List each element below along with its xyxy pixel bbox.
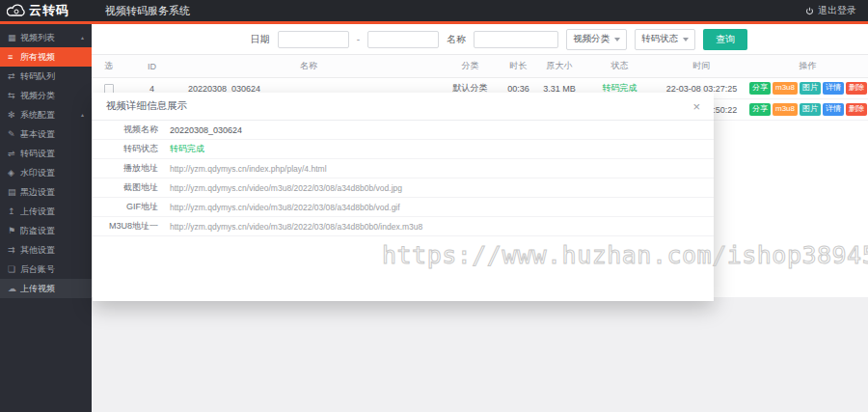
modal-field-screenshot-url: 截图地址 http://yzm.qdymys.cn/video/m3u8/202…	[93, 179, 714, 198]
hotlink-settings-icon: ⚑	[8, 226, 20, 235]
col-duration: 时长	[502, 55, 535, 78]
sidebar-group-system-config[interactable]: ✻ 系统配置 ▲	[0, 105, 92, 124]
image-button[interactable]: 图片	[800, 82, 821, 95]
date-label: 日期	[251, 33, 270, 46]
sidebar-label: 视频列表	[20, 32, 55, 44]
sidebar-label: 转码队列	[20, 70, 55, 83]
sidebar-label: 黑边设置	[20, 186, 55, 199]
detail-button[interactable]: 详情	[823, 103, 844, 116]
col-time: 时间	[656, 55, 747, 78]
cell-actions: 分享m3u8图片详情删除	[747, 99, 868, 121]
basic-settings-icon: ✎	[8, 129, 20, 139]
date-end-input[interactable]	[367, 31, 439, 48]
sidebar: ▦ 视频列表 ▲ ≡ 所有视频 ⇄ 转码队列 ⇆ 视频分类 ✻ 系统配置 ▲ ✎…	[0, 24, 92, 412]
share-button[interactable]: 分享	[749, 103, 771, 116]
field-value-url: http://yzm.qdymys.cn/index.php/play/4.ht…	[170, 164, 327, 174]
col-status: 状态	[583, 55, 656, 78]
video-detail-modal: 视频详细信息展示 × 视频名称 20220308_030624 转码状态 转码完…	[93, 93, 714, 301]
power-icon	[805, 7, 814, 15]
image-button[interactable]: 图片	[800, 103, 821, 116]
video-list-icon: ▦	[8, 33, 20, 42]
all-videos-icon: ≡	[8, 52, 20, 62]
cell-actions: 分享m3u8图片详情删除	[747, 78, 868, 99]
field-label: GIF地址	[102, 201, 158, 213]
field-label: 转码状态	[102, 143, 158, 155]
delete-button[interactable]: 删除	[846, 82, 867, 95]
detail-button[interactable]: 详情	[823, 82, 844, 95]
field-label: 视频名称	[102, 124, 158, 136]
col-id: ID	[125, 55, 178, 78]
status-badge: 转码完成	[603, 83, 637, 93]
cloud-logo-icon	[7, 4, 26, 17]
category-select[interactable]: 视频分类	[566, 29, 627, 50]
col-select: 选	[92, 55, 125, 78]
sidebar-label: 防盗设置	[20, 225, 55, 237]
filter-bar: 日期 - 名称 视频分类 转码状态 查询	[92, 24, 868, 55]
logout-label: 退出登录	[818, 4, 856, 17]
chevron-down-icon	[614, 38, 620, 41]
sidebar-item-basic-settings[interactable]: ✎ 基本设置	[0, 124, 92, 144]
sidebar-item-video-category[interactable]: ⇆ 视频分类	[0, 86, 92, 105]
date-start-input[interactable]	[278, 31, 349, 48]
field-label: M3U8地址一	[102, 220, 158, 233]
logo-text: 云转码	[29, 2, 69, 19]
upload-settings-icon: ↥	[8, 206, 20, 216]
sidebar-item-watermark-settings[interactable]: ◈ 水印设置	[0, 163, 92, 182]
sidebar-label: 转码设置	[20, 148, 55, 160]
sidebar-item-upload-video[interactable]: ☁ 上传视频	[0, 279, 92, 298]
status-select[interactable]: 转码状态	[635, 29, 695, 50]
search-button[interactable]: 查询	[703, 29, 747, 50]
system-config-icon: ✻	[8, 110, 20, 120]
sidebar-label: 后台账号	[20, 263, 55, 276]
sidebar-item-upload-settings[interactable]: ↥ 上传设置	[0, 202, 92, 221]
sidebar-item-other-settings[interactable]: ⇉ 其他设置	[0, 240, 92, 260]
sidebar-label: 上传视频	[20, 283, 55, 295]
delete-button[interactable]: 删除	[846, 103, 867, 116]
upload-video-icon: ☁	[8, 284, 20, 293]
field-value-url: http://yzm.qdymys.cn/video/m3u8/2022/03/…	[170, 203, 400, 212]
sidebar-group-video-list[interactable]: ▦ 视频列表 ▲	[0, 28, 92, 47]
logout-button[interactable]: 退出登录	[805, 4, 856, 17]
app-logo: 云转码	[0, 2, 92, 19]
table-header-row: 选 ID 名称 分类 时长 原大小 状态 时间 操作	[92, 55, 868, 78]
name-label: 名称	[447, 33, 466, 46]
modal-header: 视频详细信息展示 ×	[93, 93, 714, 121]
other-settings-icon: ⇉	[8, 245, 20, 255]
collapse-arrow-icon: ▲	[80, 35, 85, 41]
field-value: 20220308_030624	[170, 125, 242, 135]
share-button[interactable]: 分享	[749, 82, 771, 95]
field-value-url: http://yzm.qdymys.cn/video/m3u8/2022/03/…	[170, 222, 422, 232]
col-actions: 操作	[747, 55, 868, 78]
app-root: 云转码 视频转码服务系统 退出登录 ▦ 视频列表 ▲ ≡ 所有视频 ⇄ 转码队列…	[0, 0, 868, 412]
transcode-queue-icon: ⇄	[8, 71, 20, 81]
status-select-value: 转码状态	[641, 33, 678, 45]
field-value-status: 转码完成	[170, 143, 204, 155]
close-icon[interactable]: ×	[692, 100, 700, 113]
m3u8-button[interactable]: m3u8	[773, 103, 798, 116]
sidebar-item-black-border-settings[interactable]: ▤ 黑边设置	[0, 182, 92, 202]
modal-field-m3u8-url: M3U8地址一 http://yzm.qdymys.cn/video/m3u8/…	[93, 217, 714, 236]
sidebar-label: 视频分类	[20, 90, 55, 102]
sidebar-label: 系统配置	[20, 109, 55, 122]
sidebar-item-transcode-queue[interactable]: ⇄ 转码队列	[0, 67, 92, 86]
m3u8-button[interactable]: m3u8	[773, 82, 798, 95]
collapse-arrow-icon: ▲	[80, 112, 85, 118]
field-label: 截图地址	[102, 181, 158, 194]
modal-title: 视频详细信息展示	[106, 99, 187, 113]
modal-field-transcode-status: 转码状态 转码完成	[93, 140, 714, 159]
date-range-separator: -	[357, 34, 360, 44]
admin-account-icon: ❏	[8, 264, 20, 274]
black-border-settings-icon: ▤	[8, 187, 20, 197]
col-name: 名称	[178, 55, 439, 78]
sidebar-item-hotlink-settings[interactable]: ⚑ 防盗设置	[0, 221, 92, 240]
name-input[interactable]	[474, 31, 558, 48]
sidebar-label: 水印设置	[20, 167, 55, 179]
sidebar-label: 所有视频	[20, 51, 55, 64]
col-size: 原大小	[535, 55, 583, 78]
sidebar-item-all-videos[interactable]: ≡ 所有视频	[0, 47, 92, 67]
sidebar-item-transcode-settings[interactable]: ⇌ 转码设置	[0, 144, 92, 163]
watermark-settings-icon: ◈	[8, 168, 20, 178]
sidebar-item-admin-account[interactable]: ❏ 后台账号	[0, 260, 92, 279]
modal-field-play-url: 播放地址 http://yzm.qdymys.cn/index.php/play…	[93, 159, 714, 179]
category-select-value: 视频分类	[573, 33, 610, 45]
